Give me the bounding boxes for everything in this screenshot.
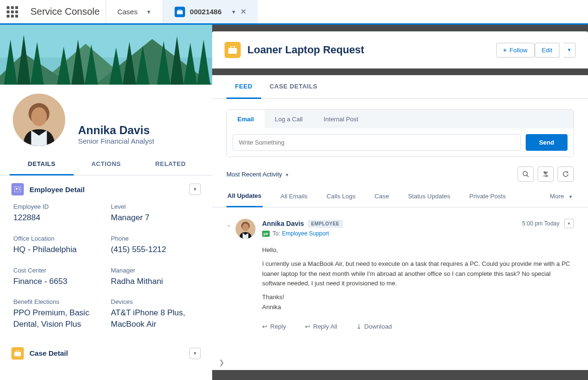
section-title: Case Detail — [29, 349, 68, 357]
composer-tab-log-call[interactable]: Log a Call — [265, 110, 314, 128]
app-launcher[interactable] — [0, 0, 25, 23]
feed-filter-row: Most Recent Activity▼ — [212, 157, 588, 185]
search-feed-button[interactable] — [518, 166, 534, 182]
svg-line-17 — [527, 175, 529, 177]
svg-rect-13 — [16, 351, 19, 352]
feed-sort[interactable]: Most Recent Activity▼ — [226, 171, 289, 178]
filter-all-emails[interactable]: All Emails — [280, 186, 309, 206]
field-value: (415) 555-1212 — [111, 244, 199, 255]
download-button[interactable]: ⤓Download — [356, 323, 392, 330]
contact-icon — [11, 183, 24, 195]
composer-tab-internal-post[interactable]: Internal Post — [313, 110, 369, 128]
field-label: Office Location — [13, 235, 101, 242]
tab-case-details[interactable]: CASE DETAILS — [261, 75, 326, 98]
recipient-link[interactable]: Employee Support — [282, 230, 329, 237]
tab-case-number: 00021486 — [190, 8, 222, 16]
svg-rect-1 — [179, 10, 181, 11]
field-value: 122884 — [13, 212, 101, 224]
svg-point-21 — [546, 175, 548, 177]
section-title: Employee Detail — [29, 185, 85, 194]
tab-details[interactable]: DETAILS — [10, 154, 74, 175]
svg-rect-15 — [231, 46, 235, 49]
employee-detail-header: Employee Detail ▼ — [0, 175, 212, 200]
expand-item-button[interactable]: ⌄ — [226, 219, 231, 330]
reply-button[interactable]: ↩Reply — [262, 323, 286, 330]
section-menu-button[interactable]: ▼ — [189, 348, 201, 359]
chevron-down-icon: ▼ — [567, 48, 571, 52]
composer-tab-email[interactable]: Email — [227, 110, 265, 128]
filter-more[interactable]: More ▼ — [549, 186, 574, 206]
compose-input[interactable] — [233, 134, 521, 151]
feed-avatar — [235, 219, 255, 239]
chevron-down-icon: ▼ — [285, 173, 289, 177]
send-button[interactable]: Send — [526, 134, 568, 151]
expand-panel-button[interactable]: ❯ — [219, 359, 225, 366]
filter-private-posts[interactable]: Private Posts — [469, 186, 507, 206]
app-name: Service Console — [25, 0, 106, 23]
feed-card: FEED CASE DETAILS Email Log a Call Inter… — [212, 75, 588, 370]
filter-icon — [542, 171, 549, 177]
case-icon — [225, 42, 241, 58]
svg-point-9 — [16, 188, 18, 190]
follow-button[interactable]: +Follow — [496, 43, 535, 58]
phone-badge-icon: ph — [262, 231, 270, 237]
field-label: Cost Center — [13, 267, 101, 274]
svg-rect-10 — [19, 188, 20, 188]
chevron-down-icon[interactable]: ▼ — [231, 9, 236, 15]
profile-avatar — [10, 91, 68, 148]
feed-item-menu[interactable]: ▼ — [564, 219, 574, 228]
svg-marker-23 — [567, 171, 568, 174]
download-icon: ⤓ — [356, 323, 362, 330]
svg-rect-11 — [19, 189, 20, 190]
workspace-tab-active[interactable]: 00021486 ▼ ✕ — [163, 0, 258, 23]
feed-timestamp: 5:00 pm Today — [522, 220, 560, 227]
tab-actions[interactable]: ACTIONS — [74, 154, 138, 175]
tab-feed[interactable]: FEED — [226, 75, 261, 99]
nav-item-cases[interactable]: Cases ▼ — [106, 0, 163, 23]
svg-rect-14 — [228, 48, 237, 54]
case-icon — [175, 7, 185, 17]
composer: Email Log a Call Internal Post Send — [226, 109, 574, 157]
field-value: Manager 7 — [111, 212, 199, 224]
edit-button[interactable]: Edit — [535, 43, 559, 58]
field-label: Phone — [111, 235, 199, 242]
filter-all-updates[interactable]: All Updates — [226, 185, 263, 207]
profile-banner — [0, 25, 212, 85]
case-icon — [11, 347, 24, 360]
feed-settings-button[interactable] — [538, 166, 554, 182]
filter-case[interactable]: Case — [373, 186, 390, 206]
case-title: Loaner Laptop Request — [247, 44, 496, 56]
search-icon — [522, 171, 529, 177]
chevron-down-icon: ▼ — [568, 195, 573, 199]
field-label: Manager — [111, 267, 199, 274]
reply-all-button[interactable]: ↩Reply All — [305, 323, 337, 330]
more-actions-button[interactable]: ▼ — [563, 43, 576, 58]
field-value: Radha Mithani — [111, 276, 199, 287]
top-nav-bar: Service Console Cases ▼ 00021486 ▼ ✕ — [0, 0, 588, 25]
feed-actions: ↩Reply ↩Reply All ⤓Download — [262, 323, 574, 330]
field-label: Employee ID — [13, 203, 101, 210]
employee-fields: Employee ID122884 LevelManager 7 Office … — [0, 200, 212, 340]
refresh-icon — [562, 171, 569, 177]
plus-icon: + — [503, 47, 507, 54]
profile-name: Annika Davis — [78, 124, 212, 137]
feed-author[interactable]: Annika Davis — [262, 220, 304, 227]
employee-badge: EMPLOYEE — [308, 220, 343, 228]
section-menu-button[interactable]: ▼ — [189, 184, 201, 195]
filter-status-updates[interactable]: Status Updates — [407, 186, 451, 206]
nav-item-label: Cases — [118, 8, 138, 16]
filter-calls-logs[interactable]: Calls Logs — [326, 186, 357, 206]
refresh-button[interactable] — [558, 166, 574, 182]
field-label: Level — [111, 203, 199, 210]
feed-filter-tabs: All Updates All Emails Calls Logs Case S… — [212, 185, 588, 207]
case-detail-header: Case Detail ▼ — [0, 340, 212, 364]
svg-point-26 — [243, 224, 249, 231]
reply-all-icon: ↩ — [305, 323, 310, 330]
feed-recipient: ph To: Employee Support — [262, 230, 574, 237]
tab-related[interactable]: RELATED — [138, 154, 203, 175]
app-launcher-icon — [7, 6, 18, 18]
profile-tabs: DETAILS ACTIONS RELATED — [0, 154, 212, 175]
chevron-down-icon: ▼ — [146, 9, 151, 15]
case-header-card: Loaner Laptop Request +Follow Edit ▼ — [212, 31, 588, 68]
close-icon[interactable]: ✕ — [240, 7, 246, 16]
